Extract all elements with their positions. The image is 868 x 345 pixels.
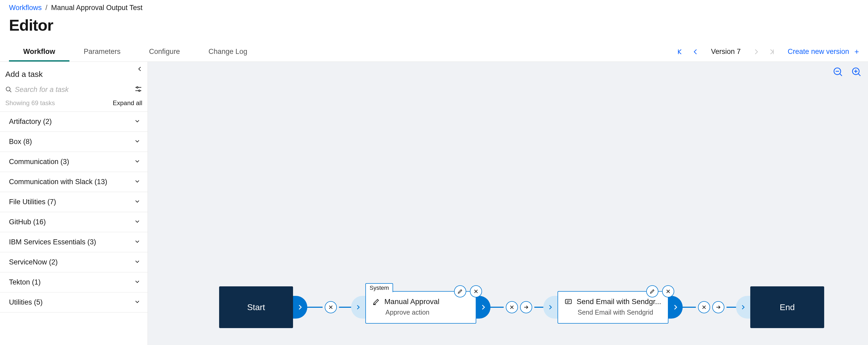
chevron-down-icon (134, 278, 140, 286)
sliders-icon (134, 85, 142, 93)
create-version-label: Create new version (788, 48, 849, 56)
sidebar-collapse-button[interactable] (136, 65, 144, 73)
start-node[interactable]: Start (219, 286, 293, 328)
svg-point-0 (6, 87, 10, 91)
arrow-right-icon (523, 304, 529, 310)
category-item[interactable]: Communication (3) (0, 152, 148, 172)
task-node-send-email[interactable]: Send Email with Sendgr... Send Email wit… (558, 291, 669, 324)
search-icon (5, 86, 12, 93)
category-label: Communication with Slack (13) (9, 178, 107, 186)
category-label: ServiceNow (2) (9, 258, 58, 266)
search-input[interactable] (15, 86, 131, 94)
chevron-right-icon (672, 304, 679, 310)
task-title: Manual Approval (384, 297, 439, 306)
link-condition-button[interactable] (712, 301, 724, 313)
tab-bar: Workflow Parameters Configure Change Log… (0, 42, 868, 62)
message-icon (564, 298, 572, 306)
zoom-out-icon (833, 67, 843, 77)
category-item[interactable]: Tekton (1) (0, 272, 148, 292)
tab-workflow[interactable]: Workflow (9, 42, 69, 62)
node-edit-button[interactable] (454, 285, 466, 297)
arrow-right-icon (715, 304, 721, 310)
node2-output-port[interactable] (669, 296, 683, 319)
task-subtitle: Approve action (372, 309, 469, 316)
version-last-button[interactable] (767, 47, 777, 57)
task-title: Send Email with Sendgr... (577, 297, 661, 306)
category-item[interactable]: ServiceNow (2) (0, 252, 148, 272)
category-label: Tekton (1) (9, 278, 41, 286)
close-icon (473, 289, 478, 294)
node1-input-port[interactable] (351, 296, 365, 319)
link-condition-button[interactable] (520, 301, 532, 313)
category-label: Communication (3) (9, 158, 69, 166)
category-item[interactable]: GitHub (16) (0, 212, 148, 232)
chevron-down-icon (134, 138, 140, 146)
skip-start-icon (676, 48, 683, 55)
category-item[interactable]: Utilities (5) (0, 292, 148, 313)
filter-button[interactable] (134, 85, 142, 94)
category-label: File Utilities (7) (9, 198, 56, 206)
link-delete-button[interactable] (698, 301, 710, 313)
plus-icon: + (854, 47, 859, 56)
sidebar-title: Add a task (0, 62, 148, 84)
pencil-icon (649, 288, 655, 294)
chevron-right-icon (480, 304, 487, 310)
chevron-left-icon (137, 66, 143, 72)
chevron-right-icon (355, 304, 361, 310)
category-item[interactable]: Communication with Slack (13) (0, 172, 148, 192)
category-label: IBM Services Essentials (3) (9, 238, 96, 246)
tab-change-log[interactable]: Change Log (194, 42, 261, 62)
node-delete-button[interactable] (662, 285, 674, 297)
node-delete-button[interactable] (470, 285, 482, 297)
category-label: Box (8) (9, 138, 32, 146)
close-icon (509, 305, 515, 310)
category-label: GitHub (16) (9, 218, 46, 226)
pencil-icon (457, 288, 463, 294)
category-label: Artifactory (2) (9, 118, 52, 126)
tab-configure[interactable]: Configure (135, 42, 194, 62)
start-output-port[interactable] (293, 296, 307, 319)
category-label: Utilities (5) (9, 298, 43, 307)
task-count-label: Showing 69 tasks (5, 99, 55, 107)
chevron-down-icon (134, 218, 140, 226)
zoom-in-icon (851, 67, 862, 77)
chevron-down-icon (134, 258, 140, 266)
breadcrumb: Workflows / Manual Approval Output Test (9, 4, 859, 12)
task-node-manual-approval[interactable]: System Manual Approval Approve action (365, 291, 476, 324)
task-subtitle: Send Email with Sendgrid (564, 309, 661, 316)
chevron-right-icon (753, 48, 760, 55)
zoom-out-button[interactable] (833, 67, 843, 78)
node1-output-port[interactable] (476, 296, 491, 319)
node2-input-port[interactable] (543, 296, 558, 319)
chevron-down-icon (134, 178, 140, 186)
chevron-down-icon (134, 198, 140, 206)
zoom-in-button[interactable] (851, 67, 862, 78)
end-node[interactable]: End (750, 286, 824, 328)
link-delete-button[interactable] (325, 301, 337, 313)
version-next-button[interactable] (751, 47, 761, 57)
task-sidebar: Add a task Showing 69 tasks Expand all A… (0, 62, 148, 345)
close-icon (665, 289, 671, 294)
chevron-down-icon (134, 298, 140, 307)
svg-point-1 (137, 87, 138, 88)
chevron-right-icon (740, 304, 746, 310)
close-icon (328, 305, 334, 310)
category-item[interactable]: Box (8) (0, 132, 148, 152)
svg-point-2 (138, 90, 140, 92)
end-input-port[interactable] (736, 296, 750, 319)
category-item[interactable]: File Utilities (7) (0, 192, 148, 212)
workflow-canvas[interactable]: Start System (148, 62, 868, 345)
category-item[interactable]: IBM Services Essentials (3) (0, 232, 148, 252)
chevron-right-icon (548, 304, 553, 310)
node-edit-button[interactable] (646, 285, 658, 297)
chevron-right-icon (297, 304, 303, 310)
expand-all-button[interactable]: Expand all (113, 99, 142, 107)
category-item[interactable]: Artifactory (2) (0, 112, 148, 132)
create-version-button[interactable]: Create new version + (788, 47, 859, 56)
breadcrumb-root-link[interactable]: Workflows (9, 4, 42, 12)
link-delete-button[interactable] (506, 301, 518, 313)
version-first-button[interactable] (675, 47, 685, 57)
version-prev-button[interactable] (690, 47, 701, 57)
tab-parameters[interactable]: Parameters (69, 42, 135, 62)
version-nav: Version 7 (675, 47, 777, 57)
